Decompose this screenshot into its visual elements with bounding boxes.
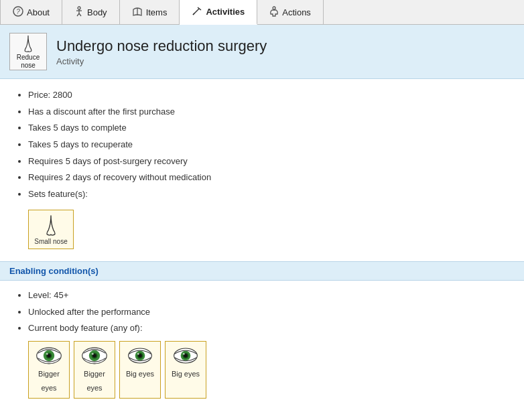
recovery1-item: Requires 5 days of post-surgery recovery bbox=[28, 153, 512, 170]
svg-line-11 bbox=[193, 13, 194, 15]
body-icon bbox=[74, 6, 84, 19]
items-icon bbox=[132, 7, 143, 18]
header-text: Undergo nose reduction surgery Activity bbox=[56, 38, 267, 66]
eye-label-2: Big eyes bbox=[126, 367, 154, 381]
price-item: Price: 2800 bbox=[28, 87, 512, 104]
complete-item: Takes 5 days to complete bbox=[28, 120, 512, 137]
tab-bar: ? About Body Items bbox=[0, 0, 524, 25]
eye-item-1: Bigger eyes bbox=[74, 341, 115, 399]
eye-item-3: Big eyes bbox=[165, 341, 206, 399]
svg-point-2 bbox=[78, 7, 80, 9]
enabling-section-header: Enabling condition(s) bbox=[0, 261, 524, 281]
header-nose-icon bbox=[19, 33, 38, 52]
svg-line-6 bbox=[79, 13, 81, 16]
main-details: Price: 2800 Has a discount after the fir… bbox=[0, 79, 524, 257]
about-icon: ? bbox=[13, 6, 23, 19]
header-section: Reduce nose Undergo nose reduction surge… bbox=[0, 25, 524, 79]
eye-items-list: Bigger eyes Bigger eyes bbox=[28, 341, 512, 399]
svg-point-27 bbox=[137, 353, 139, 355]
eye-label-1: Bigger eyes bbox=[77, 367, 112, 395]
actions-icon bbox=[269, 6, 279, 19]
tab-actions-label: Actions bbox=[282, 7, 311, 17]
enabling-title: Enabling condition(s) bbox=[9, 266, 515, 276]
eye-icon-1 bbox=[80, 344, 109, 367]
unlock-condition: Unlocked after the performance bbox=[28, 304, 512, 321]
eye-label-3: Big eyes bbox=[172, 367, 200, 381]
svg-line-5 bbox=[77, 13, 79, 16]
level-condition: Level: 45+ bbox=[28, 287, 512, 304]
body-feature-condition: Current body feature (any of): Bigger ey… bbox=[28, 320, 512, 398]
svg-point-22 bbox=[92, 353, 94, 355]
header-icon-box: Reduce nose bbox=[9, 33, 47, 70]
eye-item-2: Big eyes bbox=[119, 341, 161, 399]
activity-subtitle: Activity bbox=[56, 56, 267, 66]
svg-point-12 bbox=[273, 7, 275, 9]
feature-small-nose: Small nose bbox=[28, 210, 74, 249]
tab-actions[interactable]: Actions bbox=[257, 0, 324, 24]
sets-feature-item: Sets feature(s): Small nose bbox=[28, 186, 512, 249]
eye-icon-0 bbox=[35, 344, 63, 367]
discount-item: Has a discount after the first purchase bbox=[28, 104, 512, 121]
tab-activities[interactable]: Activities bbox=[180, 0, 257, 25]
eye-icon-2 bbox=[126, 344, 154, 367]
tab-body-label: Body bbox=[87, 7, 107, 17]
activities-icon bbox=[192, 5, 202, 18]
svg-point-17 bbox=[46, 353, 48, 355]
recovery2-item: Requires 2 days of recovery without medi… bbox=[28, 169, 512, 186]
conditions-list: Level: 45+ Unlocked after the performanc… bbox=[12, 287, 512, 399]
tab-activities-label: Activities bbox=[206, 7, 245, 17]
svg-text:?: ? bbox=[16, 8, 20, 15]
header-icon-label: Reduce nose bbox=[10, 54, 46, 70]
small-nose-icon bbox=[42, 213, 60, 236]
details-list: Price: 2800 Has a discount after the fir… bbox=[12, 87, 512, 249]
tab-about-label: About bbox=[27, 7, 50, 17]
tab-body[interactable]: Body bbox=[62, 0, 120, 24]
svg-point-32 bbox=[183, 353, 185, 355]
conditions-content: Level: 45+ Unlocked after the performanc… bbox=[0, 281, 524, 407]
tab-items-label: Items bbox=[146, 7, 168, 17]
feature-name-label: Small nose bbox=[34, 237, 67, 246]
eye-label-0: Bigger eyes bbox=[31, 367, 66, 395]
tab-about[interactable]: ? About bbox=[0, 0, 62, 24]
recuperate-item: Takes 5 days to recuperate bbox=[28, 137, 512, 153]
tab-items[interactable]: Items bbox=[120, 0, 180, 24]
eye-icon-3 bbox=[172, 344, 200, 367]
page-title: Undergo nose reduction surgery bbox=[56, 38, 267, 55]
eye-item-0: Bigger eyes bbox=[28, 341, 70, 399]
